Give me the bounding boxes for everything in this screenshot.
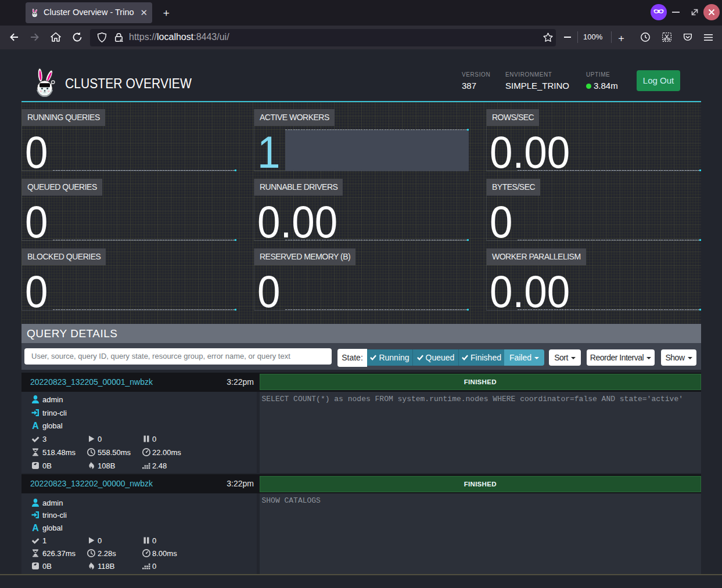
svg-text:A: A: [32, 523, 39, 532]
svg-text:A: A: [32, 421, 39, 430]
